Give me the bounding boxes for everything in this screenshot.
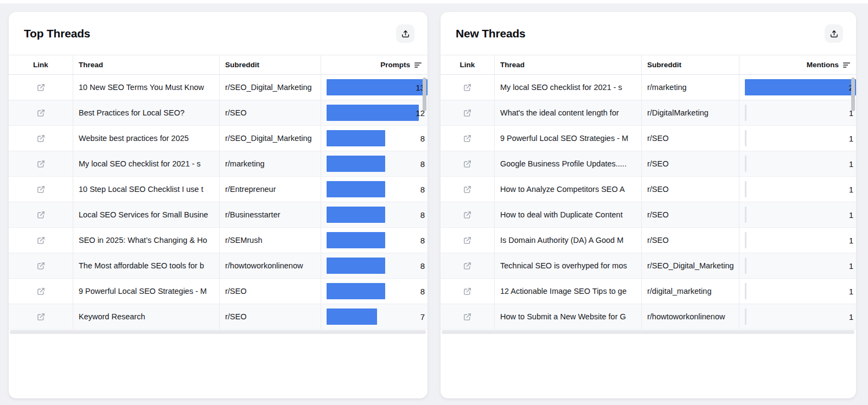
export-button[interactable] <box>396 24 414 43</box>
external-link-icon[interactable] <box>463 236 472 245</box>
external-link-icon[interactable] <box>36 261 46 271</box>
vertical-scrollbar-thumb[interactable] <box>851 78 855 111</box>
link-cell[interactable] <box>441 253 495 278</box>
link-cell[interactable] <box>9 126 73 151</box>
link-cell[interactable] <box>9 304 73 329</box>
thread-title: Best Practices for Local SEO? <box>73 100 220 125</box>
link-cell[interactable] <box>9 151 73 176</box>
value-cell: 13 <box>321 75 427 100</box>
external-link-icon[interactable] <box>463 83 472 92</box>
vertical-scrollbar-thumb[interactable] <box>423 78 426 111</box>
value-cell: 1 <box>739 202 856 227</box>
link-cell[interactable] <box>9 253 73 278</box>
link-cell[interactable] <box>9 177 73 202</box>
value-cell: 8 <box>321 202 427 227</box>
link-cell[interactable] <box>9 228 73 253</box>
external-link-icon[interactable] <box>36 134 46 143</box>
thread-title: My local SEO checklist for 2021 - s <box>73 151 220 176</box>
subreddit-label: r/marketing <box>220 151 321 176</box>
thread-title: Technical SEO is overhyped for mos <box>495 253 642 278</box>
export-button[interactable] <box>825 24 843 43</box>
horizontal-scrollbar-thumb[interactable] <box>442 330 854 334</box>
external-link-icon[interactable] <box>463 261 472 271</box>
external-link-icon[interactable] <box>36 287 46 296</box>
subreddit-label: r/SEO <box>642 202 739 227</box>
value-number: 1 <box>849 134 853 143</box>
external-link-icon[interactable] <box>463 108 472 118</box>
value-cell: 1 <box>739 304 856 329</box>
thread-title: SEO in 2025: What’s Changing & Ho <box>73 228 220 253</box>
thread-title: Keyword Research <box>73 304 220 329</box>
external-link-icon[interactable] <box>463 312 472 322</box>
column-header-link: Link <box>9 55 73 74</box>
external-link-icon[interactable] <box>36 83 46 92</box>
value-bar <box>745 283 746 299</box>
link-cell[interactable] <box>9 100 73 125</box>
external-link-icon[interactable] <box>36 159 46 169</box>
value-number: 1 <box>849 236 853 245</box>
value-bar <box>327 105 419 121</box>
table-header-row: Link Thread Subreddit Prompts <box>9 55 427 75</box>
link-cell[interactable] <box>441 202 495 227</box>
thread-title: 9 Powerful Local SEO Strategies - M <box>73 279 220 304</box>
link-cell[interactable] <box>441 75 495 100</box>
table-row: How to Analyze Competitors SEO Ar/SEO1 <box>441 177 856 202</box>
external-link-icon[interactable] <box>36 185 46 194</box>
thread-title: The Most affordable SEO tools for b <box>73 253 220 278</box>
external-link-icon[interactable] <box>36 236 46 245</box>
subreddit-label: r/SEO <box>220 100 321 125</box>
subreddit-label: r/howtoworkonlinenow <box>220 253 321 278</box>
value-cell: 2 <box>739 75 856 100</box>
external-link-icon[interactable] <box>463 210 472 220</box>
column-header-value[interactable]: Mentions <box>739 55 856 74</box>
thread-title: 12 Actionable Image SEO Tips to ge <box>495 279 642 304</box>
link-cell[interactable] <box>441 279 495 304</box>
link-cell[interactable] <box>9 279 73 304</box>
new-threads-card: New Threads Link Thread Subreddit Mentio… <box>441 12 856 398</box>
table-body: My local SEO checklist for 2021 - sr/mar… <box>441 75 856 330</box>
sort-descending-icon[interactable] <box>414 61 422 69</box>
sort-descending-icon[interactable] <box>843 61 851 69</box>
external-link-icon[interactable] <box>36 312 46 322</box>
thread-title: 9 Powerful Local SEO Strategies - M <box>495 126 642 151</box>
external-link-icon[interactable] <box>36 210 46 220</box>
table-row: Is Domain Authority (DA) A Good Mr/SEO1 <box>441 228 856 253</box>
external-link-icon[interactable] <box>463 185 472 194</box>
link-cell[interactable] <box>441 126 495 151</box>
subreddit-label: r/SEO <box>220 279 321 304</box>
value-cell: 8 <box>321 253 427 278</box>
horizontal-scrollbar-thumb[interactable] <box>10 330 426 334</box>
value-cell: 8 <box>321 126 427 151</box>
column-header-value[interactable]: Prompts <box>321 55 427 74</box>
external-link-icon[interactable] <box>36 108 46 118</box>
table-row: Best Practices for Local SEO?r/SEO12 <box>9 100 427 126</box>
value-number: 8 <box>420 185 425 194</box>
table-row: 9 Powerful Local SEO Strategies - Mr/SEO… <box>9 279 427 304</box>
subreddit-label: r/marketing <box>642 75 739 100</box>
value-number: 8 <box>420 261 425 271</box>
thread-title: Is Domain Authority (DA) A Good M <box>495 228 642 253</box>
subreddit-label: r/SEO <box>642 228 739 253</box>
link-cell[interactable] <box>441 228 495 253</box>
value-bar <box>745 130 746 146</box>
link-cell[interactable] <box>9 202 73 227</box>
upload-tray-icon <box>401 29 410 38</box>
link-cell[interactable] <box>441 100 495 125</box>
value-cell: 8 <box>321 228 427 253</box>
thread-title: My local SEO checklist for 2021 - s <box>495 75 642 100</box>
table-row: SEO in 2025: What’s Changing & Hor/SEMru… <box>9 228 427 253</box>
top-threads-card: Top Threads Link Thread Subreddit Prompt… <box>9 12 427 398</box>
link-cell[interactable] <box>441 177 495 202</box>
external-link-icon[interactable] <box>463 287 472 296</box>
external-link-icon[interactable] <box>463 134 472 143</box>
link-cell[interactable] <box>9 75 73 100</box>
value-number: 1 <box>849 185 853 194</box>
value-bar <box>327 283 385 299</box>
value-number: 1 <box>849 261 853 271</box>
link-cell[interactable] <box>441 304 495 329</box>
value-bar <box>327 181 385 197</box>
link-cell[interactable] <box>441 151 495 176</box>
subreddit-label: r/SEO_Digital_Marketing <box>642 253 739 278</box>
external-link-icon[interactable] <box>463 159 472 169</box>
value-number: 8 <box>420 236 425 245</box>
